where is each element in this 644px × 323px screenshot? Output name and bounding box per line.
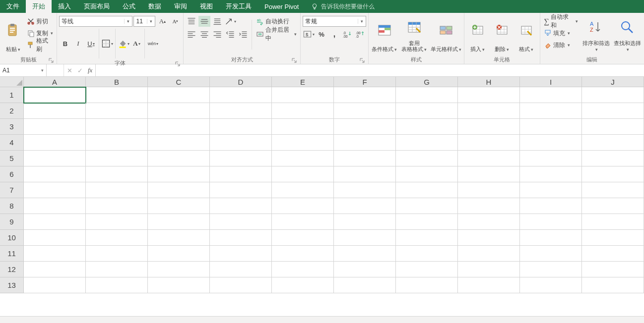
number-format-input[interactable] — [303, 16, 358, 26]
align-right-button[interactable] — [211, 29, 223, 40]
cell[interactable] — [24, 151, 86, 166]
cell[interactable] — [86, 166, 148, 182]
cell[interactable] — [148, 119, 210, 135]
align-top-button[interactable] — [186, 16, 197, 27]
chevron-down-icon[interactable]: ▾ — [147, 19, 155, 24]
cell[interactable] — [148, 246, 210, 262]
font-color-button[interactable]: A — [130, 38, 142, 49]
cell[interactable] — [334, 262, 396, 277]
cell[interactable] — [24, 166, 86, 182]
cell[interactable] — [396, 103, 458, 119]
cell[interactable] — [272, 135, 334, 151]
cell[interactable] — [272, 246, 334, 262]
font-name-input[interactable] — [60, 16, 124, 26]
cell[interactable] — [396, 277, 458, 293]
name-box[interactable]: A1 ▾ — [0, 64, 47, 76]
cell[interactable] — [334, 198, 396, 214]
cell[interactable] — [520, 262, 582, 277]
cell[interactable] — [24, 230, 86, 246]
cell[interactable] — [334, 230, 396, 246]
cell[interactable] — [210, 135, 272, 151]
cell[interactable] — [24, 103, 86, 119]
row-header[interactable]: 11 — [0, 246, 24, 262]
spreadsheet-grid[interactable]: ABCDEFGHIJ 12345678910111213 — [0, 77, 644, 316]
cell[interactable] — [24, 182, 86, 198]
tab-page-layout[interactable]: 页面布局 — [77, 0, 116, 13]
cell[interactable] — [86, 262, 148, 277]
cell[interactable] — [458, 198, 520, 214]
row-header[interactable]: 1 — [0, 87, 24, 103]
cell[interactable] — [334, 135, 396, 151]
cell[interactable] — [396, 198, 458, 214]
italic-button[interactable]: I — [72, 38, 84, 49]
cell[interactable] — [24, 262, 86, 277]
column-header[interactable]: F — [334, 77, 396, 87]
column-header[interactable]: I — [520, 77, 582, 87]
accounting-format-button[interactable]: $ — [303, 29, 315, 40]
cell[interactable] — [582, 214, 644, 230]
cell[interactable] — [86, 151, 148, 166]
cell[interactable] — [582, 135, 644, 151]
column-header[interactable]: H — [458, 77, 520, 87]
tab-insert[interactable]: 插入 — [52, 0, 77, 13]
phonetic-guide-button[interactable]: wén — [147, 38, 159, 49]
align-middle-button[interactable] — [198, 16, 210, 27]
fill-color-button[interactable] — [118, 38, 129, 49]
cell[interactable] — [520, 214, 582, 230]
sort-filter-button[interactable]: AZ 排序和筛选 — [581, 14, 611, 54]
column-header[interactable]: B — [86, 77, 148, 87]
tab-file[interactable]: 文件 — [0, 0, 26, 13]
align-bottom-button[interactable] — [211, 16, 223, 27]
fill-button[interactable]: 填充 — [542, 28, 580, 39]
cell[interactable] — [272, 230, 334, 246]
delete-cells-button[interactable]: 删除 — [491, 14, 514, 54]
paste-button[interactable]: 粘贴 — [2, 14, 24, 54]
cell[interactable] — [148, 277, 210, 293]
tab-power-pivot[interactable]: Power Pivot — [258, 0, 305, 13]
cell-styles-button[interactable]: 单元格样式 — [430, 14, 462, 54]
format-painter-button[interactable]: 格式刷 — [25, 40, 55, 51]
row-header[interactable]: 7 — [0, 182, 24, 198]
format-as-table-button[interactable]: 套用 表格格式 — [400, 14, 429, 54]
cell[interactable] — [24, 87, 86, 103]
cell[interactable] — [210, 103, 272, 119]
cell[interactable] — [582, 103, 644, 119]
cell[interactable] — [148, 198, 210, 214]
cell[interactable] — [334, 182, 396, 198]
cell[interactable] — [334, 214, 396, 230]
increase-decimal-button[interactable]: .0.00 — [341, 29, 353, 40]
cell[interactable] — [396, 214, 458, 230]
tab-formulas[interactable]: 公式 — [116, 0, 142, 13]
tab-data[interactable]: 数据 — [142, 0, 168, 13]
row-header[interactable]: 13 — [0, 277, 24, 293]
tab-review[interactable]: 审阅 — [168, 0, 193, 13]
wrap-text-button[interactable]: ab 自动换行 — [255, 16, 298, 27]
cell[interactable] — [210, 182, 272, 198]
cell[interactable] — [582, 119, 644, 135]
clipboard-dialog-launcher[interactable] — [48, 57, 54, 63]
format-cells-button[interactable]: 格式 — [515, 14, 538, 54]
cell[interactable] — [520, 135, 582, 151]
cell[interactable] — [210, 166, 272, 182]
cell[interactable] — [520, 182, 582, 198]
cell[interactable] — [458, 246, 520, 262]
insert-function-button[interactable]: fx — [88, 66, 92, 74]
cell[interactable] — [148, 214, 210, 230]
horizontal-scrollbar[interactable] — [0, 316, 644, 323]
font-dialog-launcher[interactable] — [175, 61, 180, 66]
cell[interactable] — [148, 151, 210, 166]
cell[interactable] — [582, 166, 644, 182]
increase-indent-button[interactable] — [237, 29, 249, 40]
cell[interactable] — [582, 198, 644, 214]
cell[interactable] — [24, 119, 86, 135]
cell[interactable] — [334, 166, 396, 182]
decrease-decimal-button[interactable]: .00.0 — [354, 29, 366, 40]
row-header[interactable]: 3 — [0, 119, 24, 135]
cell[interactable] — [272, 277, 334, 293]
row-header[interactable]: 5 — [0, 151, 24, 166]
cell[interactable] — [582, 182, 644, 198]
cell[interactable] — [210, 246, 272, 262]
cell[interactable] — [148, 166, 210, 182]
cell[interactable] — [148, 262, 210, 277]
cell[interactable] — [24, 246, 86, 262]
